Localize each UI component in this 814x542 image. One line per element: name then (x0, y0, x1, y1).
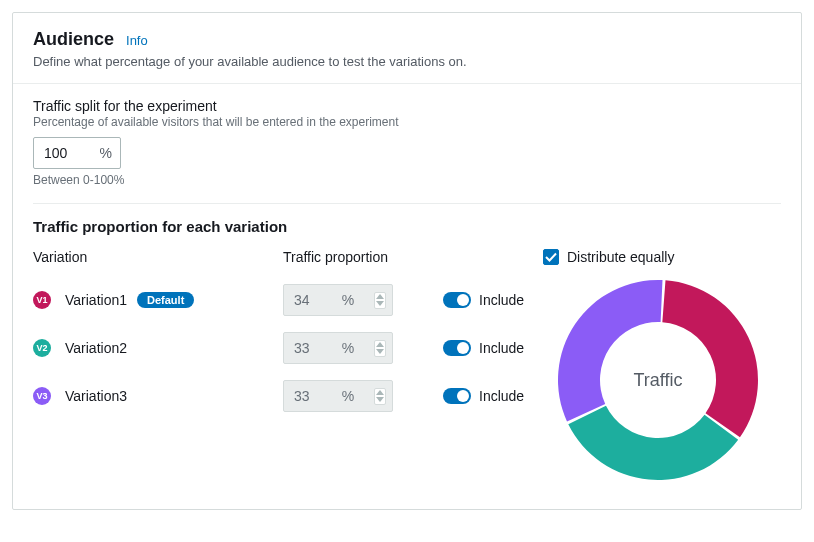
include-label: Include (479, 292, 524, 308)
donut-slice (662, 280, 758, 437)
variation-badge: V1 (33, 291, 51, 309)
default-badge: Default (137, 292, 194, 308)
info-link[interactable]: Info (126, 33, 148, 48)
proportion-input[interactable]: 33% (283, 380, 393, 412)
proportion-stepper[interactable] (374, 388, 386, 405)
include-toggle[interactable] (443, 340, 471, 356)
traffic-split-value[interactable] (42, 144, 82, 162)
proportion-input[interactable]: 33% (283, 332, 393, 364)
include-label: Include (479, 388, 524, 404)
col-proportion: Traffic proportion 34%33%33% (283, 249, 423, 485)
variation-name: Variation2 (65, 340, 127, 356)
col-include: IncludeIncludeInclude (423, 249, 543, 485)
variation-badge: V3 (33, 387, 51, 405)
proportion-stepper[interactable] (374, 340, 386, 357)
chevron-down-icon[interactable] (376, 349, 384, 355)
traffic-split-section: Traffic split for the experiment Percent… (33, 98, 781, 187)
include-toggle[interactable] (443, 292, 471, 308)
include-toggle[interactable] (443, 388, 471, 404)
col-chart: Distribute equally Traffic (543, 249, 781, 485)
donut-center-label: Traffic (633, 370, 682, 391)
col-include-header (443, 249, 543, 269)
proportion-row: 34% (283, 283, 423, 317)
proportion-value: 34 (294, 292, 322, 308)
variation-badge: V2 (33, 339, 51, 357)
proportion-heading: Traffic proportion for each variation (33, 218, 781, 235)
proportion-input[interactable]: 34% (283, 284, 393, 316)
proportion-grid: Variation V1Variation1DefaultV2Variation… (33, 249, 781, 485)
include-row: Include (443, 283, 543, 317)
chevron-up-icon[interactable] (376, 294, 384, 300)
traffic-split-label: Traffic split for the experiment (33, 98, 781, 114)
percent-sign: % (342, 292, 354, 308)
donut-slice (558, 280, 662, 421)
traffic-split-range: Between 0-100% (33, 173, 781, 187)
include-label: Include (479, 340, 524, 356)
distribute-equally-label: Distribute equally (567, 249, 674, 265)
chevron-up-icon[interactable] (376, 342, 384, 348)
traffic-split-input[interactable]: % (33, 137, 121, 169)
variation-row: V3Variation3 (33, 379, 283, 413)
percent-sign: % (100, 145, 112, 161)
traffic-donut-chart: Traffic (553, 275, 763, 485)
panel-header: Audience Info Define what percentage of … (13, 13, 801, 83)
distribute-equally-row[interactable]: Distribute equally (543, 249, 781, 265)
variation-name: Variation3 (65, 388, 127, 404)
variation-name: Variation1 (65, 292, 127, 308)
chevron-down-icon[interactable] (376, 301, 384, 307)
proportion-stepper[interactable] (374, 292, 386, 309)
col-proportion-header: Traffic proportion (283, 249, 423, 269)
proportion-row: 33% (283, 331, 423, 365)
variation-row: V2Variation2 (33, 331, 283, 365)
proportion-value: 33 (294, 388, 322, 404)
variation-row: V1Variation1Default (33, 283, 283, 317)
col-variation-header: Variation (33, 249, 283, 269)
panel-title: Audience (33, 29, 114, 50)
panel-description: Define what percentage of your available… (33, 54, 781, 69)
proportion-value: 33 (294, 340, 322, 356)
check-icon (545, 251, 557, 263)
panel-body: Traffic split for the experiment Percent… (13, 83, 801, 509)
percent-sign: % (342, 388, 354, 404)
traffic-split-hint: Percentage of available visitors that wi… (33, 115, 781, 129)
chevron-up-icon[interactable] (376, 390, 384, 396)
audience-panel: Audience Info Define what percentage of … (12, 12, 802, 510)
col-variation: Variation V1Variation1DefaultV2Variation… (33, 249, 283, 485)
include-row: Include (443, 379, 543, 413)
divider (33, 203, 781, 204)
proportion-row: 33% (283, 379, 423, 413)
chevron-down-icon[interactable] (376, 397, 384, 403)
include-row: Include (443, 331, 543, 365)
distribute-equally-checkbox[interactable] (543, 249, 559, 265)
percent-sign: % (342, 340, 354, 356)
